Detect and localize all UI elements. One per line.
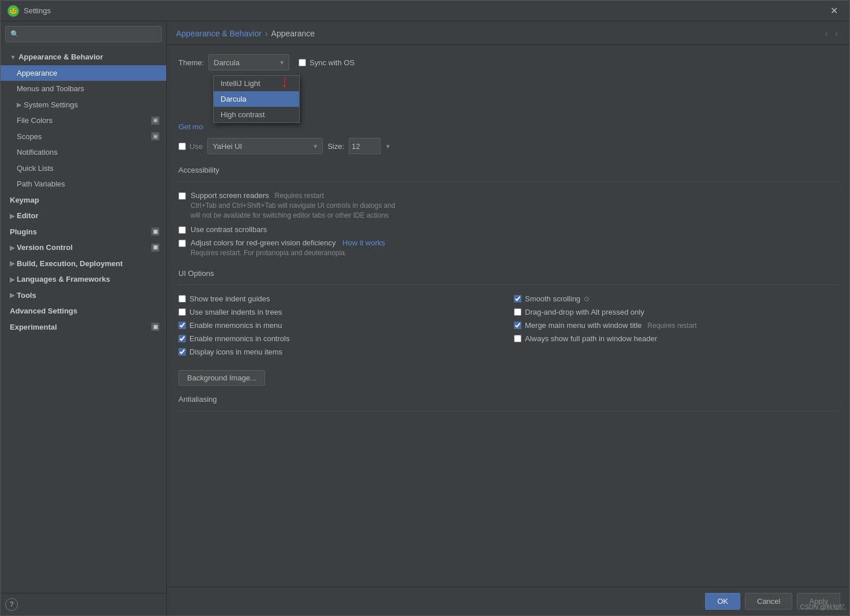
sidebar-item-appearance-behavior[interactable]: ▼ Appearance & Behavior: [1, 49, 166, 65]
sidebar-item-advanced-settings[interactable]: Advanced Settings: [1, 303, 166, 319]
search-icon: 🔍: [10, 30, 19, 38]
dropdown-item-high-contrast[interactable]: High contrast: [214, 107, 299, 122]
enable-mnemonics-menu-row: Enable mnemonics in menu: [178, 321, 502, 330]
sidebar-item-system-settings[interactable]: ▶ System Settings: [1, 97, 166, 113]
sidebar-item-label: Scopes: [17, 131, 42, 143]
sidebar-search-box[interactable]: 🔍: [5, 26, 162, 42]
expand-icon: ▶: [10, 290, 14, 300]
sidebar-item-build-execution[interactable]: ▶ Build, Execution, Deployment: [1, 256, 166, 272]
enable-mnemonics-menu-label: Enable mnemonics in menu: [189, 321, 282, 330]
breadcrumb-separator: ›: [265, 29, 268, 38]
watermark: CSDN @秋知忆: [800, 603, 845, 611]
merge-main-menu-checkbox[interactable]: [514, 322, 521, 329]
nav-forward-button[interactable]: ›: [833, 27, 840, 40]
expand-icon: ▶: [10, 275, 14, 285]
breadcrumb: Appearance & Behavior › Appearance: [176, 29, 315, 38]
use-font-text: Use: [189, 142, 203, 151]
always-show-full-path-checkbox[interactable]: [514, 335, 521, 342]
how-it-works-link[interactable]: How it works: [342, 238, 385, 247]
sidebar: 🔍 ▼ Appearance & Behavior Appearance Men…: [1, 21, 167, 615]
titlebar: 🐸 Settings ✕: [1, 1, 849, 21]
cancel-button[interactable]: Cancel: [745, 593, 792, 610]
ui-options-title: UI Options: [178, 269, 838, 278]
sidebar-item-label: Keymap: [10, 195, 39, 206]
sidebar-tree: ▼ Appearance & Behavior Appearance Menus…: [1, 47, 166, 593]
enable-mnemonics-controls-checkbox[interactable]: [178, 335, 186, 342]
sidebar-item-experimental[interactable]: Experimental ▣: [1, 319, 166, 335]
theme-label: Theme:: [178, 58, 204, 67]
sidebar-item-label: Advanced Settings: [10, 305, 77, 317]
merge-main-menu-restart-text: Requires restart: [647, 322, 696, 330]
breadcrumb-parent[interactable]: Appearance & Behavior: [176, 29, 262, 38]
search-input[interactable]: [21, 30, 156, 39]
main-content: 🔍 ▼ Appearance & Behavior Appearance Men…: [1, 21, 849, 615]
adjust-colors-checkbox[interactable]: [178, 240, 186, 247]
sidebar-item-plugins[interactable]: Plugins ▣: [1, 224, 166, 240]
font-select-container: YaHei UI ▼: [207, 138, 323, 154]
accessibility-title: Accessibility: [178, 166, 838, 174]
sidebar-item-quick-lists[interactable]: Quick Lists: [1, 160, 166, 177]
get-more-link[interactable]: Get mo: [178, 122, 203, 131]
enable-mnemonics-menu-checkbox[interactable]: [178, 322, 186, 329]
display-icons-checkbox[interactable]: [178, 348, 186, 356]
contrast-scrollbars-checkbox[interactable]: [178, 226, 186, 234]
sidebar-item-path-variables[interactable]: Path Variables: [1, 176, 166, 192]
dropdown-item-darcula[interactable]: Darcula: [214, 91, 299, 107]
close-button[interactable]: ✕: [826, 3, 842, 18]
use-font-label[interactable]: Use: [178, 142, 203, 151]
theme-dropdown[interactable]: Darcula IntelliJ Light High contrast: [208, 54, 289, 70]
sidebar-item-appearance[interactable]: Appearance: [1, 65, 166, 81]
use-font-checkbox[interactable]: [178, 143, 186, 150]
sync-with-os-checkbox[interactable]: [299, 59, 306, 66]
ui-options-section: UI Options Show tree indent guides Smoot…: [178, 269, 838, 386]
antialiasing-divider: [178, 410, 838, 411]
sidebar-item-languages-frameworks[interactable]: ▶ Languages & Frameworks: [1, 271, 166, 288]
enable-mnemonics-controls-label: Enable mnemonics in controls: [189, 334, 289, 343]
show-tree-indent-checkbox[interactable]: [178, 295, 186, 303]
background-image-button[interactable]: Background Image...: [178, 370, 265, 386]
ui-options-grid: Show tree indent guides Smooth scrolling…: [178, 294, 838, 356]
screen-readers-requires-restart: Requires restart: [274, 192, 323, 200]
scopes-badge: ▣: [151, 132, 159, 140]
theme-select-container: Darcula IntelliJ Light High contrast ▼: [208, 54, 289, 70]
sidebar-item-label: File Colors: [17, 115, 53, 126]
sidebar-item-editor[interactable]: ▶ Editor: [1, 208, 166, 224]
smooth-scrolling-checkbox[interactable]: [514, 295, 521, 303]
sidebar-item-version-control[interactable]: ▶ Version Control ▣: [1, 240, 166, 256]
antialiasing-section: Antialiasing: [178, 395, 838, 411]
sidebar-item-tools[interactable]: ▶ Tools: [1, 288, 166, 304]
font-size-input[interactable]: [349, 138, 381, 154]
dropdown-item-intellij-light[interactable]: IntelliJ Light: [214, 76, 299, 91]
smaller-indents-checkbox[interactable]: [178, 308, 186, 316]
ok-button[interactable]: OK: [705, 593, 740, 610]
expand-icon: ▶: [17, 100, 21, 110]
font-dropdown[interactable]: YaHei UI: [207, 138, 323, 154]
get-more-container: Get mo: [178, 122, 838, 131]
smooth-scrolling-help-icon[interactable]: ⊙: [584, 295, 590, 303]
panel-body: Theme: Darcula IntelliJ Light High contr…: [167, 45, 849, 587]
sync-with-os-label[interactable]: Sync with OS: [299, 58, 355, 67]
sidebar-item-menus-toolbars[interactable]: Menus and Toolbars: [1, 81, 166, 97]
sidebar-item-label: Tools: [17, 290, 36, 301]
file-colors-badge: ▣: [151, 117, 159, 125]
always-show-full-path-row: Always show full path in window header: [514, 334, 838, 343]
sidebar-item-file-colors[interactable]: File Colors ▣: [1, 113, 166, 129]
size-label: Size:: [327, 142, 344, 151]
screen-readers-checkbox[interactable]: [178, 192, 186, 200]
drag-drop-row: Drag-and-drop with Alt pressed only: [514, 308, 838, 316]
sidebar-item-label: Quick Lists: [17, 163, 54, 174]
drag-drop-checkbox[interactable]: [514, 308, 521, 316]
sidebar-item-keymap[interactable]: Keymap: [1, 192, 166, 208]
screen-readers-row: Support screen readers Requires restart …: [178, 191, 838, 221]
theme-dropdown-overlay: IntelliJ Light Darcula High contrast: [213, 75, 300, 123]
display-icons-row: Display icons in menu items: [178, 348, 502, 356]
screen-readers-content: Support screen readers Requires restart …: [191, 191, 838, 221]
sidebar-item-notifications[interactable]: Notifications: [1, 144, 166, 160]
nav-back-button[interactable]: ‹: [822, 27, 830, 40]
sidebar-item-scopes[interactable]: Scopes ▣: [1, 129, 166, 145]
expand-icon: ▶: [10, 243, 14, 253]
accessibility-section: Accessibility Support screen readers Req…: [178, 166, 838, 257]
sidebar-item-label: System Settings: [24, 99, 78, 111]
plugins-badge: ▣: [151, 227, 159, 236]
help-button[interactable]: ?: [5, 598, 18, 611]
